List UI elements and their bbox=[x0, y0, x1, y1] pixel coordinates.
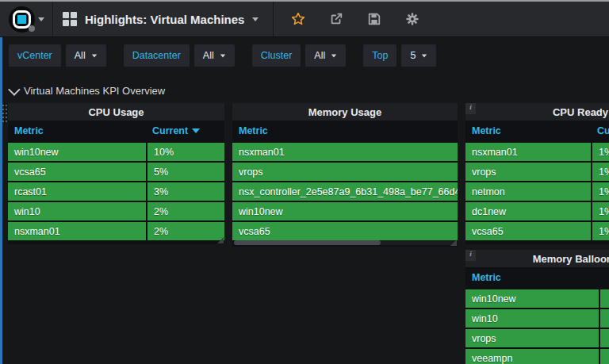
current-cell: 1% bbox=[592, 182, 609, 201]
panel-resize-handle[interactable] bbox=[217, 237, 224, 243]
table-row: vcsa651% bbox=[465, 222, 609, 240]
metric-cell: win10new bbox=[465, 289, 599, 308]
horizontal-scrollbar bbox=[234, 240, 456, 245]
panel-title-cpu-ready[interactable]: CPU Ready bbox=[465, 103, 609, 121]
table-body: win10newwin10vropsveeampn bbox=[465, 289, 609, 364]
metric-cell: dc1new bbox=[465, 202, 591, 220]
datacenter-label: Datacenter bbox=[124, 44, 190, 67]
table-row: nsxman011% bbox=[465, 143, 609, 161]
table-row: win10new bbox=[232, 202, 458, 220]
column-header-current[interactable]: Current bbox=[146, 125, 206, 136]
metric-cell: nsxman01 bbox=[8, 222, 146, 240]
metric-cell: vcsa65 bbox=[465, 222, 591, 240]
table-row: vrops1% bbox=[465, 163, 609, 181]
star-icon[interactable] bbox=[285, 7, 312, 31]
table-row: vrops bbox=[232, 163, 458, 181]
metric-cell: vrops bbox=[465, 163, 591, 181]
column-header-metric[interactable]: Metric bbox=[8, 125, 146, 136]
current-cell: 1% bbox=[592, 143, 609, 161]
column-header-current[interactable]: Current bbox=[591, 125, 609, 136]
current-cell: 5% bbox=[147, 163, 224, 181]
table-row: vcsa655% bbox=[8, 163, 224, 181]
column-header-metric[interactable]: Metric bbox=[465, 125, 591, 136]
panel-memory-usage: Memory Usage Metric nsxman01vropsnsx_con… bbox=[232, 103, 458, 247]
vcenter-label: vCenter bbox=[9, 44, 61, 67]
table-row: nsxman012% bbox=[8, 222, 224, 240]
panel-title-cpu-usage[interactable]: CPU Usage bbox=[8, 103, 224, 121]
column-header-metric[interactable]: Metric bbox=[465, 272, 599, 283]
row-header-vm-kpi-overview[interactable]: Virtual Machines KPI Overview bbox=[9, 85, 165, 97]
panel-info-icon[interactable]: i bbox=[465, 250, 476, 261]
metric-cell: veeampn bbox=[465, 349, 599, 364]
table-header: Metric Current bbox=[8, 121, 224, 141]
panel-title-memory-ballooning[interactable]: Memory Ballooning bbox=[465, 250, 609, 267]
filter-vcenter: vCenter All bbox=[9, 44, 106, 67]
current-cell: 2% bbox=[147, 222, 224, 240]
table-row: dc1new1% bbox=[465, 202, 609, 220]
table-row: vrops bbox=[465, 329, 609, 347]
main-menu-button[interactable] bbox=[0, 2, 53, 36]
current-cell bbox=[600, 289, 609, 308]
sort-desc-icon bbox=[192, 128, 200, 133]
metric-cell: rcast01 bbox=[8, 182, 146, 201]
metric-cell: nsxman01 bbox=[465, 143, 591, 161]
table-row: win10new10% bbox=[8, 143, 224, 161]
metric-cell: vrops bbox=[465, 329, 599, 347]
table-body: nsxman01vropsnsx_controller_2e5e87a9_6b3… bbox=[232, 143, 458, 240]
table-row: veeampn bbox=[465, 349, 609, 364]
dashboard-caret-icon bbox=[252, 17, 259, 21]
panel-resize-handle[interactable] bbox=[450, 239, 457, 246]
top-value-dropdown[interactable]: 5 bbox=[401, 44, 436, 67]
cluster-label: Cluster bbox=[252, 44, 301, 67]
datacenter-value-dropdown[interactable]: All bbox=[194, 44, 235, 67]
panel-drag-handle[interactable] bbox=[2, 105, 4, 106]
table-row: netmon1% bbox=[465, 182, 609, 201]
panel-info-icon[interactable]: i bbox=[465, 103, 476, 114]
panel-title-memory-usage[interactable]: Memory Usage bbox=[232, 103, 458, 121]
metric-cell: win10new bbox=[8, 143, 146, 161]
share-icon[interactable] bbox=[323, 7, 350, 31]
settings-gear-icon[interactable] bbox=[399, 7, 426, 31]
metric-cell: win10new bbox=[232, 202, 458, 220]
table-body: nsxman011%vrops1%netmon1%dc1new1%vcsa651… bbox=[465, 143, 609, 240]
main-menu-caret-icon bbox=[38, 17, 44, 21]
left-edge-strip bbox=[0, 37, 2, 364]
app-logo bbox=[9, 6, 35, 33]
table-body: win10new10%vcsa655%rcast013%win102%nsxma… bbox=[8, 143, 224, 240]
collapse-chevron-icon bbox=[8, 83, 21, 96]
table-row: nsxman01 bbox=[232, 143, 458, 161]
panel-memory-ballooning: i Memory Ballooning Metric win10newwin10… bbox=[465, 250, 609, 364]
metric-cell: win10 bbox=[465, 309, 599, 328]
cluster-value-dropdown[interactable]: All bbox=[305, 44, 346, 67]
dashboard-title: Highlights: Virtual Machines bbox=[85, 13, 244, 26]
navbar: Highlights: Virtual Machines bbox=[0, 2, 609, 37]
save-icon[interactable] bbox=[361, 7, 388, 31]
current-cell: 1% bbox=[592, 202, 609, 220]
filter-top: Top 5 bbox=[363, 44, 436, 67]
current-cell: 1% bbox=[592, 222, 609, 240]
metric-cell: vcsa65 bbox=[232, 222, 458, 240]
panel-cpu-usage: CPU Usage Metric Current win10new10%vcsa… bbox=[8, 103, 224, 244]
table-row: win10 bbox=[465, 309, 609, 328]
column-header-metric[interactable]: Metric bbox=[232, 125, 458, 136]
scrollbar-thumb[interactable] bbox=[234, 240, 381, 245]
dashboard-app: Highlights: Virtual Machines vCenter All bbox=[0, 0, 609, 364]
filter-cluster: Cluster All bbox=[252, 44, 347, 67]
table-header: Metric bbox=[232, 121, 458, 141]
table-row: win10new bbox=[465, 289, 609, 308]
table-header: Metric Current bbox=[465, 121, 609, 141]
table-row: rcast013% bbox=[8, 182, 224, 201]
row-title: Virtual Machines KPI Overview bbox=[24, 85, 165, 97]
vcenter-value-dropdown[interactable]: All bbox=[66, 44, 106, 67]
metric-cell: nsxman01 bbox=[232, 143, 458, 161]
current-cell: 1% bbox=[592, 163, 609, 181]
metric-cell: vrops bbox=[232, 163, 458, 181]
dashboard-picker[interactable]: Highlights: Virtual Machines bbox=[53, 2, 273, 36]
metric-cell: nsx_controller_2e5e87a9_6b31_498a_be77_6… bbox=[232, 182, 458, 201]
filter-datacenter: Datacenter All bbox=[124, 44, 235, 67]
template-variables-row: vCenter All Datacenter All Cluster All T… bbox=[9, 44, 454, 67]
current-cell: 2% bbox=[147, 202, 224, 220]
metric-cell: win10 bbox=[8, 202, 146, 220]
table-row: nsx_controller_2e5e87a9_6b31_498a_be77_6… bbox=[232, 182, 458, 201]
dashboard-grid-icon bbox=[63, 12, 77, 26]
